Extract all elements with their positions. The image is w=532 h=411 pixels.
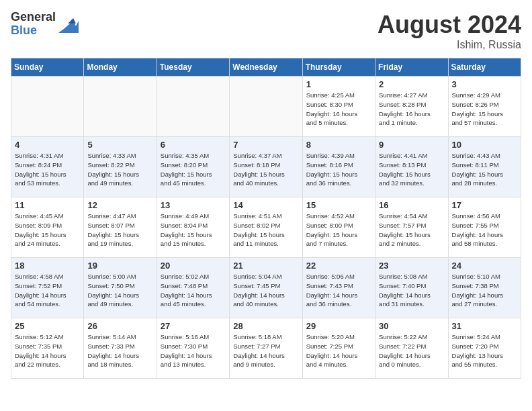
day-number: 23 (379, 261, 444, 271)
day-number: 7 (233, 140, 298, 150)
day-info: Sunrise: 4:41 AM Sunset: 8:13 PM Dayligh… (379, 151, 444, 188)
calendar-day-header: Friday (375, 58, 448, 77)
calendar-day-header: Wednesday (230, 58, 302, 77)
day-number: 27 (161, 321, 226, 331)
calendar-header-row: SundayMondayTuesdayWednesdayThursdayFrid… (11, 58, 521, 77)
calendar-day-header: Monday (84, 58, 157, 77)
calendar-week-row: 11Sunrise: 4:45 AM Sunset: 8:09 PM Dayli… (11, 197, 521, 258)
day-number: 14 (233, 200, 298, 210)
day-number: 17 (452, 200, 517, 210)
day-info: Sunrise: 4:47 AM Sunset: 8:07 PM Dayligh… (87, 212, 152, 248)
calendar-cell: 4Sunrise: 4:31 AM Sunset: 8:24 PM Daylig… (11, 137, 84, 197)
logo-general-text: General (11, 11, 56, 24)
day-info: Sunrise: 5:10 AM Sunset: 7:38 PM Dayligh… (452, 272, 517, 309)
calendar-cell: 13Sunrise: 4:49 AM Sunset: 8:04 PM Dayli… (157, 197, 229, 258)
logo-icon (58, 14, 79, 34)
day-info: Sunrise: 4:43 AM Sunset: 8:11 PM Dayligh… (452, 151, 517, 188)
day-number: 30 (379, 321, 444, 331)
day-number: 12 (87, 200, 152, 210)
calendar-week-row: 18Sunrise: 4:58 AM Sunset: 7:52 PM Dayli… (11, 258, 521, 318)
day-info: Sunrise: 5:18 AM Sunset: 7:27 PM Dayligh… (233, 332, 298, 369)
calendar-cell: 18Sunrise: 4:58 AM Sunset: 7:52 PM Dayli… (11, 258, 84, 318)
calendar-week-row: 4Sunrise: 4:31 AM Sunset: 8:24 PM Daylig… (11, 137, 521, 197)
calendar-cell: 9Sunrise: 4:41 AM Sunset: 8:13 PM Daylig… (375, 137, 448, 197)
day-number: 3 (452, 79, 517, 89)
calendar-cell: 15Sunrise: 4:52 AM Sunset: 8:00 PM Dayli… (302, 197, 375, 258)
day-info: Sunrise: 5:16 AM Sunset: 7:30 PM Dayligh… (161, 332, 226, 369)
day-number: 16 (379, 200, 444, 210)
day-number: 6 (161, 140, 226, 150)
day-info: Sunrise: 4:45 AM Sunset: 8:09 PM Dayligh… (15, 212, 80, 248)
calendar-day-header: Tuesday (157, 58, 229, 77)
day-number: 24 (452, 261, 517, 271)
calendar-cell: 27Sunrise: 5:16 AM Sunset: 7:30 PM Dayli… (157, 318, 229, 379)
day-info: Sunrise: 4:25 AM Sunset: 8:30 PM Dayligh… (306, 91, 371, 128)
day-info: Sunrise: 5:20 AM Sunset: 7:25 PM Dayligh… (306, 332, 371, 369)
page-header: General Blue August 2024 Ishim, Russia (11, 11, 521, 51)
day-number: 8 (306, 140, 371, 150)
day-info: Sunrise: 5:00 AM Sunset: 7:50 PM Dayligh… (87, 272, 152, 309)
calendar-cell: 12Sunrise: 4:47 AM Sunset: 8:07 PM Dayli… (84, 197, 157, 258)
svg-marker-1 (68, 18, 76, 24)
day-info: Sunrise: 5:24 AM Sunset: 7:20 PM Dayligh… (452, 332, 517, 369)
calendar-cell: 2Sunrise: 4:27 AM Sunset: 8:28 PM Daylig… (375, 77, 448, 137)
month-year: August 2024 (378, 11, 521, 39)
calendar-cell: 23Sunrise: 5:08 AM Sunset: 7:40 PM Dayli… (375, 258, 448, 318)
calendar-day-header: Thursday (302, 58, 375, 77)
calendar-cell: 24Sunrise: 5:10 AM Sunset: 7:38 PM Dayli… (448, 258, 521, 318)
calendar-cell (11, 77, 84, 137)
day-number: 5 (87, 140, 152, 150)
title-block: August 2024 Ishim, Russia (378, 11, 521, 51)
day-number: 13 (161, 200, 226, 210)
calendar-cell: 21Sunrise: 5:04 AM Sunset: 7:45 PM Dayli… (230, 258, 302, 318)
day-info: Sunrise: 4:37 AM Sunset: 8:18 PM Dayligh… (233, 151, 298, 188)
day-info: Sunrise: 5:22 AM Sunset: 7:22 PM Dayligh… (379, 332, 444, 369)
day-number: 18 (15, 261, 80, 271)
calendar-cell: 16Sunrise: 4:54 AM Sunset: 7:57 PM Dayli… (375, 197, 448, 258)
calendar-cell: 31Sunrise: 5:24 AM Sunset: 7:20 PM Dayli… (448, 318, 521, 379)
calendar-cell: 26Sunrise: 5:14 AM Sunset: 7:33 PM Dayli… (84, 318, 157, 379)
calendar-day-header: Sunday (11, 58, 84, 77)
day-number: 10 (452, 140, 517, 150)
calendar-cell: 7Sunrise: 4:37 AM Sunset: 8:18 PM Daylig… (230, 137, 302, 197)
day-info: Sunrise: 5:12 AM Sunset: 7:35 PM Dayligh… (15, 332, 80, 369)
day-info: Sunrise: 4:56 AM Sunset: 7:55 PM Dayligh… (452, 212, 517, 248)
day-number: 9 (379, 140, 444, 150)
day-number: 1 (306, 79, 371, 89)
calendar-cell: 20Sunrise: 5:02 AM Sunset: 7:48 PM Dayli… (157, 258, 229, 318)
calendar-cell (230, 77, 302, 137)
calendar-cell: 29Sunrise: 5:20 AM Sunset: 7:25 PM Dayli… (302, 318, 375, 379)
calendar-cell: 6Sunrise: 4:35 AM Sunset: 8:20 PM Daylig… (157, 137, 229, 197)
calendar-table: SundayMondayTuesdayWednesdayThursdayFrid… (11, 58, 521, 379)
day-number: 21 (233, 261, 298, 271)
day-number: 25 (15, 321, 80, 331)
day-info: Sunrise: 4:58 AM Sunset: 7:52 PM Dayligh… (15, 272, 80, 309)
day-number: 26 (87, 321, 152, 331)
day-info: Sunrise: 5:06 AM Sunset: 7:43 PM Dayligh… (306, 272, 371, 309)
day-number: 15 (306, 200, 371, 210)
calendar-cell: 10Sunrise: 4:43 AM Sunset: 8:11 PM Dayli… (448, 137, 521, 197)
day-info: Sunrise: 5:14 AM Sunset: 7:33 PM Dayligh… (87, 332, 152, 369)
day-number: 4 (15, 140, 80, 150)
location: Ishim, Russia (378, 39, 521, 51)
day-info: Sunrise: 5:08 AM Sunset: 7:40 PM Dayligh… (379, 272, 444, 309)
day-number: 31 (452, 321, 517, 331)
svg-marker-0 (58, 21, 79, 33)
day-info: Sunrise: 5:04 AM Sunset: 7:45 PM Dayligh… (233, 272, 298, 309)
logo-blue-text: Blue (11, 24, 56, 38)
calendar-cell: 28Sunrise: 5:18 AM Sunset: 7:27 PM Dayli… (230, 318, 302, 379)
day-info: Sunrise: 4:51 AM Sunset: 8:02 PM Dayligh… (233, 212, 298, 248)
day-number: 2 (379, 79, 444, 89)
calendar-cell: 17Sunrise: 4:56 AM Sunset: 7:55 PM Dayli… (448, 197, 521, 258)
day-info: Sunrise: 4:29 AM Sunset: 8:26 PM Dayligh… (452, 91, 517, 128)
calendar-day-header: Saturday (448, 58, 521, 77)
calendar-cell: 11Sunrise: 4:45 AM Sunset: 8:09 PM Dayli… (11, 197, 84, 258)
calendar-cell: 19Sunrise: 5:00 AM Sunset: 7:50 PM Dayli… (84, 258, 157, 318)
calendar-cell: 5Sunrise: 4:33 AM Sunset: 8:22 PM Daylig… (84, 137, 157, 197)
day-info: Sunrise: 4:49 AM Sunset: 8:04 PM Dayligh… (161, 212, 226, 248)
day-number: 19 (87, 261, 152, 271)
calendar-week-row: 1Sunrise: 4:25 AM Sunset: 8:30 PM Daylig… (11, 77, 521, 137)
day-info: Sunrise: 4:52 AM Sunset: 8:00 PM Dayligh… (306, 212, 371, 248)
calendar-cell: 8Sunrise: 4:39 AM Sunset: 8:16 PM Daylig… (302, 137, 375, 197)
day-info: Sunrise: 4:31 AM Sunset: 8:24 PM Dayligh… (15, 151, 80, 188)
